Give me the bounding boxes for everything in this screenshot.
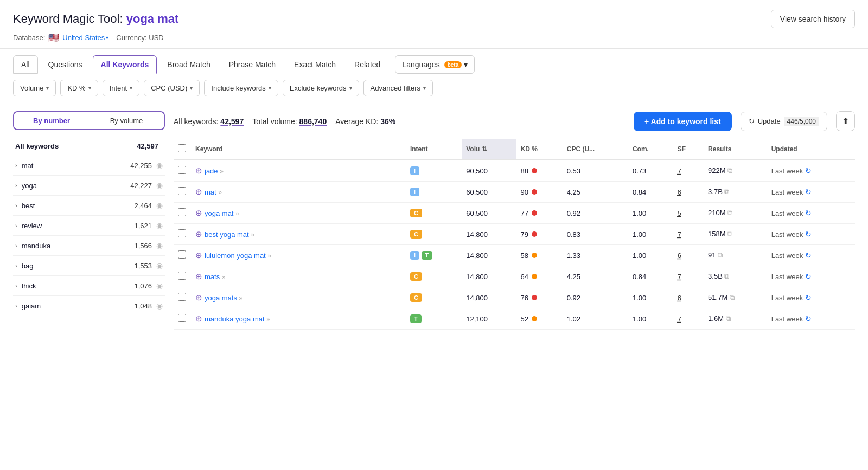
export-button[interactable]: ⬆ (836, 111, 855, 131)
sf-value[interactable]: 6 (678, 252, 681, 260)
eye-icon[interactable]: ◉ (156, 161, 163, 170)
chevron-right-icon[interactable]: › (15, 202, 17, 209)
results-external-icon[interactable]: ⧉ (727, 230, 732, 238)
sidebar-item-label[interactable]: mat (22, 162, 131, 170)
sf-value[interactable]: 5 (678, 209, 681, 217)
eye-icon[interactable]: ◉ (156, 241, 163, 250)
refresh-icon[interactable]: ↻ (805, 209, 812, 217)
add-keyword-icon[interactable]: ⊕ (195, 187, 202, 196)
keyword-expand-icon[interactable]: » (239, 294, 243, 302)
refresh-icon[interactable]: ↻ (805, 314, 812, 323)
include-keywords-filter[interactable]: Include keywords ▾ (204, 80, 278, 96)
select-all-checkbox[interactable] (178, 144, 186, 152)
add-to-keyword-list-button[interactable]: + Add to keyword list (634, 112, 732, 131)
sidebar-item-label[interactable]: review (22, 222, 135, 230)
row-checkbox[interactable] (178, 166, 186, 174)
results-external-icon[interactable]: ⧉ (718, 251, 723, 259)
sf-value[interactable]: 7 (678, 315, 681, 323)
chevron-right-icon[interactable]: › (15, 262, 17, 269)
tab-related[interactable]: Related (346, 55, 388, 74)
row-checkbox[interactable] (178, 272, 186, 280)
exclude-keywords-filter[interactable]: Exclude keywords ▾ (283, 80, 359, 96)
refresh-icon[interactable]: ↻ (805, 293, 812, 302)
results-external-icon[interactable]: ⧉ (726, 314, 731, 323)
refresh-icon[interactable]: ↻ (805, 251, 812, 260)
row-checkbox[interactable] (178, 229, 186, 237)
keyword-link[interactable]: manduka yoga mat (205, 315, 265, 323)
sidebar-item-label[interactable]: yoga (22, 182, 131, 190)
sf-value[interactable]: 7 (678, 167, 681, 175)
refresh-icon[interactable]: ↻ (805, 272, 812, 281)
results-external-icon[interactable]: ⧉ (730, 293, 735, 301)
chevron-right-icon[interactable]: › (15, 182, 17, 189)
row-checkbox[interactable] (178, 187, 186, 195)
select-all-header[interactable] (174, 139, 191, 160)
sidebar-item-label[interactable]: bag (22, 262, 135, 270)
row-checkbox[interactable] (178, 250, 186, 259)
chevron-right-icon[interactable]: › (15, 302, 17, 309)
sidebar-tab-by-number[interactable]: By number (14, 112, 89, 129)
keyword-expand-icon[interactable]: » (251, 231, 254, 239)
kd-filter[interactable]: KD % ▾ (60, 80, 98, 96)
row-checkbox[interactable] (178, 293, 186, 301)
keyword-expand-icon[interactable]: » (266, 316, 270, 323)
keyword-link[interactable]: mat (205, 188, 216, 196)
keyword-link[interactable]: best yoga mat (205, 230, 249, 239)
eye-icon[interactable]: ◉ (156, 301, 163, 310)
keyword-expand-icon[interactable]: » (222, 273, 226, 281)
refresh-icon[interactable]: ↻ (805, 166, 812, 175)
eye-icon[interactable]: ◉ (156, 261, 163, 270)
results-external-icon[interactable]: ⧉ (724, 188, 729, 196)
sidebar-item-label[interactable]: best (22, 202, 135, 210)
keyword-link[interactable]: mats (205, 273, 220, 281)
chevron-right-icon[interactable]: › (15, 242, 17, 249)
volume-filter[interactable]: Volume ▾ (13, 80, 56, 96)
volume-column-header[interactable]: Volu ⇅ (462, 139, 516, 160)
refresh-icon[interactable]: ↻ (805, 188, 812, 196)
cpc-filter[interactable]: CPC (USD) ▾ (144, 80, 200, 96)
add-keyword-icon[interactable]: ⊕ (195, 166, 202, 175)
chevron-right-icon[interactable]: › (15, 162, 17, 169)
keyword-link[interactable]: yoga mats (205, 294, 237, 302)
tab-phrase-match[interactable]: Phrase Match (221, 55, 284, 74)
add-keyword-icon[interactable]: ⊕ (195, 314, 202, 323)
eye-icon[interactable]: ◉ (156, 281, 163, 290)
sidebar-tab-by-volume[interactable]: By volume (89, 112, 164, 129)
keyword-expand-icon[interactable]: » (267, 252, 271, 260)
refresh-icon[interactable]: ↻ (805, 230, 812, 239)
keyword-expand-icon[interactable]: » (218, 189, 222, 196)
tab-broad-match[interactable]: Broad Match (159, 55, 218, 74)
sf-value[interactable]: 6 (678, 294, 681, 302)
tab-exact-match[interactable]: Exact Match (286, 55, 344, 74)
results-external-icon[interactable]: ⧉ (727, 209, 732, 217)
keyword-expand-icon[interactable]: » (235, 210, 239, 217)
row-checkbox[interactable] (178, 208, 186, 216)
eye-icon[interactable]: ◉ (156, 201, 163, 210)
results-external-icon[interactable]: ⧉ (727, 166, 732, 175)
chevron-right-icon[interactable]: › (15, 282, 17, 289)
add-keyword-icon[interactable]: ⊕ (195, 250, 202, 260)
eye-icon[interactable]: ◉ (156, 181, 163, 190)
sf-value[interactable]: 7 (678, 273, 681, 281)
intent-filter[interactable]: Intent ▾ (103, 80, 140, 96)
db-country-selector[interactable]: United States ▾ (62, 34, 108, 42)
add-keyword-icon[interactable]: ⊕ (195, 208, 202, 217)
languages-tab[interactable]: Languages beta ▾ (395, 55, 475, 74)
eye-icon[interactable]: ◉ (156, 221, 163, 230)
sf-value[interactable]: 7 (678, 230, 681, 239)
keyword-link[interactable]: lululemon yoga mat (205, 252, 266, 260)
add-keyword-icon[interactable]: ⊕ (195, 272, 202, 281)
results-external-icon[interactable]: ⧉ (724, 272, 729, 280)
tab-all-keywords[interactable]: All Keywords (93, 55, 157, 74)
add-keyword-icon[interactable]: ⊕ (195, 293, 202, 302)
chevron-right-icon[interactable]: › (15, 222, 17, 229)
row-checkbox[interactable] (178, 314, 186, 322)
tab-all[interactable]: All (13, 55, 38, 74)
sidebar-item-label[interactable]: thick (22, 282, 135, 290)
keyword-link[interactable]: yoga mat (205, 209, 233, 217)
sidebar-item-label[interactable]: manduka (22, 242, 135, 250)
tab-questions[interactable]: Questions (40, 55, 91, 74)
keyword-expand-icon[interactable]: » (220, 168, 224, 175)
view-history-button[interactable]: View search history (771, 10, 855, 28)
update-button[interactable]: ↻ Update 446/5,000 (741, 112, 827, 131)
